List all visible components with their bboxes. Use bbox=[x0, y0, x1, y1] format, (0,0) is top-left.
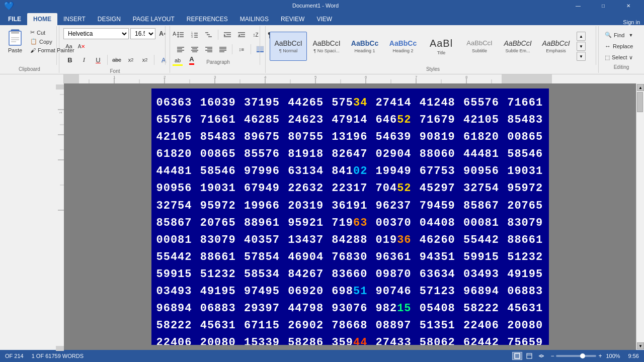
style-heading1[interactable]: AaBbCc Heading 1 bbox=[346, 32, 383, 61]
style-subtle-emphasis[interactable]: AaBbCcI Subtle Em... bbox=[499, 32, 536, 61]
font-group: Helvetica 16.5 A+ A- Aa A✕ B I U abc x2 … bbox=[59, 26, 170, 73]
vertical-scrollbar[interactable]: ▲ ▼ bbox=[636, 83, 644, 350]
italic-button[interactable]: I bbox=[77, 53, 91, 66]
change-case-button[interactable]: Aa bbox=[63, 41, 74, 52]
zoom-out-button[interactable]: − bbox=[550, 352, 554, 359]
underline-button[interactable]: U bbox=[92, 53, 105, 66]
clear-formatting-button[interactable]: A✕ bbox=[76, 41, 87, 52]
bold-button[interactable]: B bbox=[63, 53, 76, 66]
para-separator1 bbox=[218, 30, 218, 40]
format-painter-icon: 🖌 bbox=[30, 47, 36, 53]
svg-point-10 bbox=[178, 36, 179, 38]
scroll-thumb[interactable] bbox=[637, 92, 643, 112]
style-normal[interactable]: AaBbCcI ¶ Normal bbox=[270, 32, 307, 61]
font-case-row: Aa A✕ bbox=[63, 41, 87, 52]
numbering-button[interactable]: 1.2.3. bbox=[188, 28, 201, 41]
font-size-select[interactable]: 16.5 bbox=[130, 28, 155, 39]
align-right-button[interactable] bbox=[202, 43, 215, 56]
svg-text:4: 4 bbox=[264, 75, 267, 79]
svg-text:1: 1 bbox=[59, 112, 62, 114]
strikethrough-button[interactable]: abc bbox=[110, 53, 123, 66]
gallery-scroll-controls: ▲ ▼ ▼ bbox=[576, 28, 587, 64]
sign-in-label[interactable]: Sign in bbox=[623, 19, 640, 25]
gallery-scroll-up[interactable]: ▲ bbox=[577, 32, 586, 41]
svg-point-8 bbox=[178, 34, 179, 36]
gallery-scroll-down[interactable]: ▼ bbox=[577, 42, 586, 51]
select-button[interactable]: ⬚ Select ∨ bbox=[602, 53, 636, 62]
style-emphasis[interactable]: AaBbCcI Emphasis bbox=[537, 32, 575, 61]
tab-insert[interactable]: INSERT bbox=[57, 13, 92, 25]
superscript-button[interactable]: x2 bbox=[138, 53, 151, 66]
svg-text:1: 1 bbox=[113, 75, 116, 79]
svg-point-6 bbox=[178, 32, 179, 34]
tab-file[interactable]: FILE bbox=[2, 13, 27, 25]
para-align-row: ↕≡ bbox=[174, 43, 281, 56]
document-page: 06363 16039 37195 44265 57534 27414 4124… bbox=[151, 88, 549, 345]
style-heading2[interactable]: AaBbCc Heading 2 bbox=[384, 32, 422, 61]
justify-button[interactable] bbox=[216, 43, 229, 56]
scroll-track bbox=[636, 92, 644, 342]
find-icon: 🔍 bbox=[605, 32, 612, 38]
scroll-down-button[interactable]: ▼ bbox=[637, 342, 644, 349]
maximize-button[interactable]: □ bbox=[592, 0, 615, 11]
svg-rect-53 bbox=[502, 74, 552, 83]
svg-rect-91 bbox=[515, 353, 520, 358]
subscript-button[interactable]: x2 bbox=[124, 53, 137, 66]
replace-button[interactable]: ↔ Replace bbox=[602, 41, 636, 51]
shading-button[interactable] bbox=[254, 43, 267, 56]
text-effects-button[interactable]: A bbox=[157, 53, 170, 66]
multilevel-list-button[interactable] bbox=[202, 28, 215, 41]
svg-rect-51 bbox=[64, 74, 644, 83]
tab-review[interactable]: REVIEW bbox=[275, 13, 310, 25]
tab-home[interactable]: HOME bbox=[27, 13, 57, 25]
tab-mailings[interactable]: MAILINGS bbox=[234, 13, 275, 25]
close-button[interactable]: ✕ bbox=[617, 0, 640, 11]
svg-text:2: 2 bbox=[164, 75, 166, 79]
text-highlight-button[interactable]: ab bbox=[171, 53, 184, 66]
svg-rect-92 bbox=[527, 353, 532, 358]
find-button[interactable]: 🔍 Find ▼ bbox=[602, 30, 636, 40]
style-subtitle[interactable]: AaBbCcI Subtitle bbox=[461, 32, 498, 61]
print-layout-button[interactable] bbox=[512, 352, 522, 360]
web-layout-button[interactable] bbox=[524, 352, 534, 360]
svg-marker-26 bbox=[238, 34, 240, 36]
status-left: OF 214 1 OF 61759 WORDS bbox=[5, 353, 84, 359]
ruler-corner bbox=[0, 74, 64, 83]
increase-indent-button[interactable] bbox=[235, 28, 248, 41]
para-separator3 bbox=[251, 44, 251, 54]
title-bar: 💙 Document1 - Word — □ ✕ bbox=[0, 0, 644, 11]
cut-icon: ✂ bbox=[30, 29, 35, 36]
zoom-in-button[interactable]: + bbox=[598, 352, 602, 359]
ribbon-tabs: FILE HOME INSERT DESIGN PAGE LAYOUT REFE… bbox=[0, 11, 644, 25]
style-title[interactable]: AaBl Title bbox=[423, 32, 460, 61]
svg-marker-22 bbox=[224, 34, 226, 36]
grow-font-button[interactable]: A+ bbox=[157, 28, 168, 39]
font-name-select[interactable]: Helvetica bbox=[63, 28, 129, 39]
zoom-thumb[interactable] bbox=[580, 353, 585, 358]
document-text[interactable]: 06363 16039 37195 44265 57534 27414 4124… bbox=[151, 88, 549, 345]
paste-icon bbox=[6, 29, 24, 47]
decrease-indent-button[interactable] bbox=[221, 28, 234, 41]
zoom-slider[interactable] bbox=[556, 355, 596, 357]
styles-gallery: AaBbCcI ¶ Normal AaBbCcI ¶ No Spaci... A… bbox=[270, 28, 575, 64]
line-spacing-button[interactable]: ↕≡ bbox=[235, 43, 248, 56]
document-area: 1 06363 16039 37195 44265 57534 27414 41… bbox=[0, 83, 644, 350]
minimize-button[interactable]: — bbox=[567, 0, 590, 11]
clipboard-group: Paste ✂ Cut 📋 Copy 🖌 Format Painter Clip… bbox=[0, 26, 59, 73]
window-controls: — □ ✕ bbox=[567, 0, 640, 11]
document-content[interactable]: 06363 16039 37195 44265 57534 27414 4124… bbox=[64, 83, 636, 350]
tab-references[interactable]: REFERENCES bbox=[181, 13, 234, 25]
read-mode-button[interactable] bbox=[536, 352, 546, 360]
gallery-expand[interactable]: ▼ bbox=[577, 52, 586, 61]
align-center-button[interactable] bbox=[188, 43, 201, 56]
paste-button[interactable]: Paste bbox=[3, 28, 27, 64]
sort-button[interactable]: ↕Z bbox=[249, 28, 262, 41]
bullets-button[interactable] bbox=[174, 28, 187, 41]
svg-text:7: 7 bbox=[415, 75, 418, 79]
tab-design[interactable]: DESIGN bbox=[92, 13, 127, 25]
tab-page-layout[interactable]: PAGE LAYOUT bbox=[127, 13, 181, 25]
para-list-row: 1.2.3. ↕Z ¶ bbox=[174, 28, 276, 41]
tab-view[interactable]: VIEW bbox=[310, 13, 338, 25]
scroll-up-button[interactable]: ▲ bbox=[637, 84, 644, 91]
style-no-spacing[interactable]: AaBbCcI ¶ No Spaci... bbox=[308, 32, 345, 61]
